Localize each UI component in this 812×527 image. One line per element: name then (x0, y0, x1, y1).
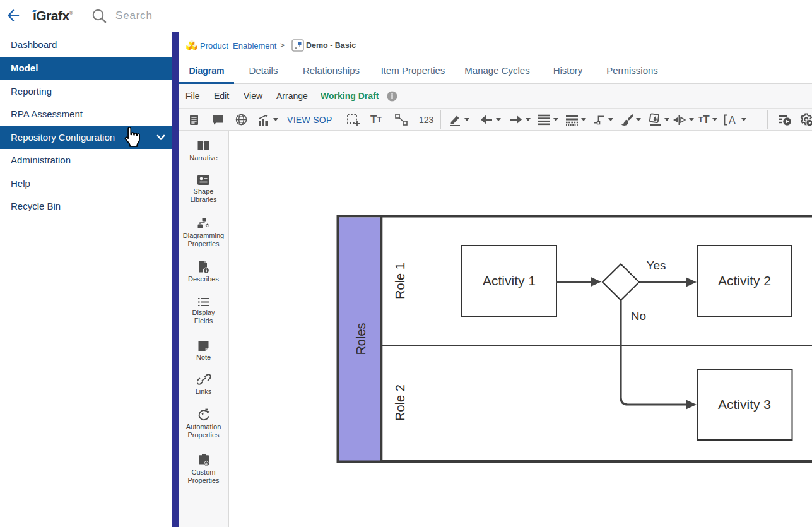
svg-text:A: A (729, 115, 736, 126)
svg-text:Activity 1: Activity 1 (483, 273, 536, 288)
svg-text:Role 2: Role 2 (393, 384, 407, 421)
svg-text:Activity 2: Activity 2 (718, 273, 771, 288)
svg-text:No: No (631, 309, 646, 323)
svg-text:Activity 3: Activity 3 (718, 397, 771, 412)
svg-text:Role 1: Role 1 (393, 263, 407, 299)
svg-text:Yes: Yes (647, 259, 666, 272)
svg-text:Roles: Roles (354, 323, 368, 355)
